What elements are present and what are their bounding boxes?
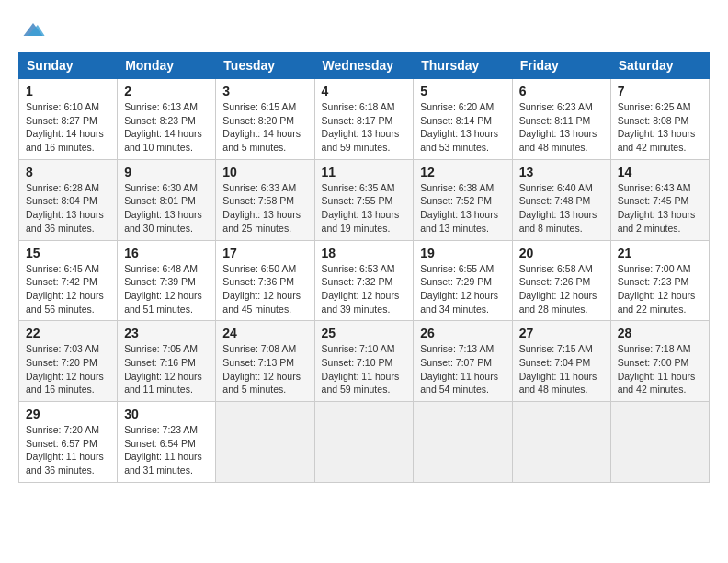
calendar-cell: 4Sunrise: 6:18 AM Sunset: 8:17 PM Daylig… [314, 79, 414, 160]
day-info: Sunrise: 6:30 AM Sunset: 8:01 PM Dayligh… [124, 181, 209, 236]
logo-icon [20, 17, 46, 42]
day-info: Sunrise: 6:18 AM Sunset: 8:17 PM Dayligh… [322, 100, 407, 155]
calendar-week-1: 1Sunrise: 6:10 AM Sunset: 8:27 PM Daylig… [19, 79, 710, 160]
logo [18, 18, 46, 42]
calendar-cell: 20Sunrise: 6:58 AM Sunset: 7:26 PM Dayli… [512, 240, 610, 321]
day-number: 7 [618, 84, 702, 98]
calendar-header-monday: Monday [118, 52, 216, 79]
day-number: 26 [420, 326, 505, 340]
calendar-cell: 7Sunrise: 6:25 AM Sunset: 8:08 PM Daylig… [610, 79, 709, 160]
day-info: Sunrise: 6:20 AM Sunset: 8:14 PM Dayligh… [420, 100, 505, 155]
day-info: Sunrise: 6:23 AM Sunset: 8:11 PM Dayligh… [519, 100, 604, 155]
day-number: 28 [618, 326, 702, 340]
day-info: Sunrise: 6:13 AM Sunset: 8:23 PM Dayligh… [124, 100, 209, 155]
calendar-cell: 25Sunrise: 7:10 AM Sunset: 7:10 PM Dayli… [314, 321, 414, 402]
calendar-cell: 19Sunrise: 6:55 AM Sunset: 7:29 PM Dayli… [414, 240, 512, 321]
day-number: 25 [322, 326, 407, 340]
day-number: 5 [420, 84, 505, 98]
day-number: 20 [519, 246, 604, 260]
day-number: 12 [420, 165, 505, 179]
day-info: Sunrise: 6:35 AM Sunset: 7:55 PM Dayligh… [322, 181, 407, 236]
calendar-cell: 6Sunrise: 6:23 AM Sunset: 8:11 PM Daylig… [512, 79, 610, 160]
calendar-cell: 24Sunrise: 7:08 AM Sunset: 7:13 PM Dayli… [216, 321, 314, 402]
calendar-week-2: 8Sunrise: 6:28 AM Sunset: 8:04 PM Daylig… [19, 159, 710, 240]
calendar-cell: 2Sunrise: 6:13 AM Sunset: 8:23 PM Daylig… [118, 79, 216, 160]
calendar-cell: 1Sunrise: 6:10 AM Sunset: 8:27 PM Daylig… [19, 79, 118, 160]
calendar-cell: 11Sunrise: 6:35 AM Sunset: 7:55 PM Dayli… [314, 159, 414, 240]
day-number: 22 [26, 326, 110, 340]
day-number: 10 [222, 165, 307, 179]
day-number: 11 [322, 165, 407, 179]
day-number: 21 [618, 246, 702, 260]
calendar-header-saturday: Saturday [610, 52, 709, 79]
day-number: 17 [222, 246, 307, 260]
day-number: 2 [124, 84, 209, 98]
calendar-cell: 27Sunrise: 7:15 AM Sunset: 7:04 PM Dayli… [512, 321, 610, 402]
calendar-cell: 30Sunrise: 7:23 AM Sunset: 6:54 PM Dayli… [118, 402, 216, 483]
day-info: Sunrise: 7:13 AM Sunset: 7:07 PM Dayligh… [420, 342, 505, 396]
day-number: 1 [26, 84, 110, 98]
day-info: Sunrise: 7:05 AM Sunset: 7:16 PM Dayligh… [124, 342, 209, 396]
calendar-cell: 23Sunrise: 7:05 AM Sunset: 7:16 PM Dayli… [118, 321, 216, 402]
calendar-cell [512, 402, 610, 483]
calendar-table: SundayMondayTuesdayWednesdayThursdayFrid… [18, 52, 710, 483]
day-number: 13 [519, 165, 604, 179]
day-info: Sunrise: 6:40 AM Sunset: 7:48 PM Dayligh… [519, 181, 604, 236]
calendar-cell: 18Sunrise: 6:53 AM Sunset: 7:32 PM Dayli… [314, 240, 414, 321]
day-number: 29 [26, 407, 110, 421]
calendar-cell: 9Sunrise: 6:30 AM Sunset: 8:01 PM Daylig… [118, 159, 216, 240]
calendar-cell: 29Sunrise: 7:20 AM Sunset: 6:57 PM Dayli… [19, 402, 118, 483]
calendar-week-3: 15Sunrise: 6:45 AM Sunset: 7:42 PM Dayli… [19, 240, 710, 321]
day-info: Sunrise: 7:08 AM Sunset: 7:13 PM Dayligh… [222, 342, 307, 396]
calendar-cell [216, 402, 314, 483]
calendar-week-4: 22Sunrise: 7:03 AM Sunset: 7:20 PM Dayli… [19, 321, 710, 402]
day-info: Sunrise: 6:28 AM Sunset: 8:04 PM Dayligh… [26, 181, 110, 236]
calendar-header-friday: Friday [512, 52, 610, 79]
day-number: 23 [124, 326, 209, 340]
calendar-cell: 8Sunrise: 6:28 AM Sunset: 8:04 PM Daylig… [19, 159, 118, 240]
day-info: Sunrise: 6:55 AM Sunset: 7:29 PM Dayligh… [420, 262, 505, 316]
day-number: 18 [322, 246, 407, 260]
page-header [18, 18, 710, 42]
day-number: 19 [420, 246, 505, 260]
day-number: 30 [124, 407, 209, 421]
day-info: Sunrise: 7:15 AM Sunset: 7:04 PM Dayligh… [519, 342, 604, 396]
calendar-header-sunday: Sunday [19, 52, 118, 79]
calendar-cell: 15Sunrise: 6:45 AM Sunset: 7:42 PM Dayli… [19, 240, 118, 321]
day-info: Sunrise: 7:23 AM Sunset: 6:54 PM Dayligh… [124, 423, 209, 477]
calendar-cell: 14Sunrise: 6:43 AM Sunset: 7:45 PM Dayli… [610, 159, 709, 240]
day-info: Sunrise: 6:53 AM Sunset: 7:32 PM Dayligh… [322, 262, 407, 316]
day-info: Sunrise: 6:43 AM Sunset: 7:45 PM Dayligh… [618, 181, 702, 236]
day-info: Sunrise: 6:15 AM Sunset: 8:20 PM Dayligh… [222, 100, 307, 155]
calendar-cell: 10Sunrise: 6:33 AM Sunset: 7:58 PM Dayli… [216, 159, 314, 240]
day-info: Sunrise: 6:50 AM Sunset: 7:36 PM Dayligh… [222, 262, 307, 316]
calendar-cell: 22Sunrise: 7:03 AM Sunset: 7:20 PM Dayli… [19, 321, 118, 402]
calendar-cell: 13Sunrise: 6:40 AM Sunset: 7:48 PM Dayli… [512, 159, 610, 240]
day-info: Sunrise: 7:20 AM Sunset: 6:57 PM Dayligh… [26, 423, 110, 477]
calendar-header-tuesday: Tuesday [216, 52, 314, 79]
day-info: Sunrise: 7:18 AM Sunset: 7:00 PM Dayligh… [618, 342, 702, 396]
calendar-cell [414, 402, 512, 483]
day-number: 15 [26, 246, 110, 260]
calendar-cell [610, 402, 709, 483]
day-number: 3 [222, 84, 307, 98]
day-info: Sunrise: 6:38 AM Sunset: 7:52 PM Dayligh… [420, 181, 505, 236]
calendar-cell: 5Sunrise: 6:20 AM Sunset: 8:14 PM Daylig… [414, 79, 512, 160]
calendar-cell: 28Sunrise: 7:18 AM Sunset: 7:00 PM Dayli… [610, 321, 709, 402]
calendar-cell: 3Sunrise: 6:15 AM Sunset: 8:20 PM Daylig… [216, 79, 314, 160]
day-info: Sunrise: 7:10 AM Sunset: 7:10 PM Dayligh… [322, 342, 407, 396]
calendar-header-thursday: Thursday [414, 52, 512, 79]
calendar-cell: 17Sunrise: 6:50 AM Sunset: 7:36 PM Dayli… [216, 240, 314, 321]
calendar-week-5: 29Sunrise: 7:20 AM Sunset: 6:57 PM Dayli… [19, 402, 710, 483]
day-info: Sunrise: 6:48 AM Sunset: 7:39 PM Dayligh… [124, 262, 209, 316]
day-info: Sunrise: 6:25 AM Sunset: 8:08 PM Dayligh… [618, 100, 702, 155]
day-number: 16 [124, 246, 209, 260]
calendar-cell: 16Sunrise: 6:48 AM Sunset: 7:39 PM Dayli… [118, 240, 216, 321]
day-number: 6 [519, 84, 604, 98]
day-number: 8 [26, 165, 110, 179]
calendar-cell [314, 402, 414, 483]
day-info: Sunrise: 6:58 AM Sunset: 7:26 PM Dayligh… [519, 262, 604, 316]
day-info: Sunrise: 6:45 AM Sunset: 7:42 PM Dayligh… [26, 262, 110, 316]
day-number: 14 [618, 165, 702, 179]
day-info: Sunrise: 6:10 AM Sunset: 8:27 PM Dayligh… [26, 100, 110, 155]
